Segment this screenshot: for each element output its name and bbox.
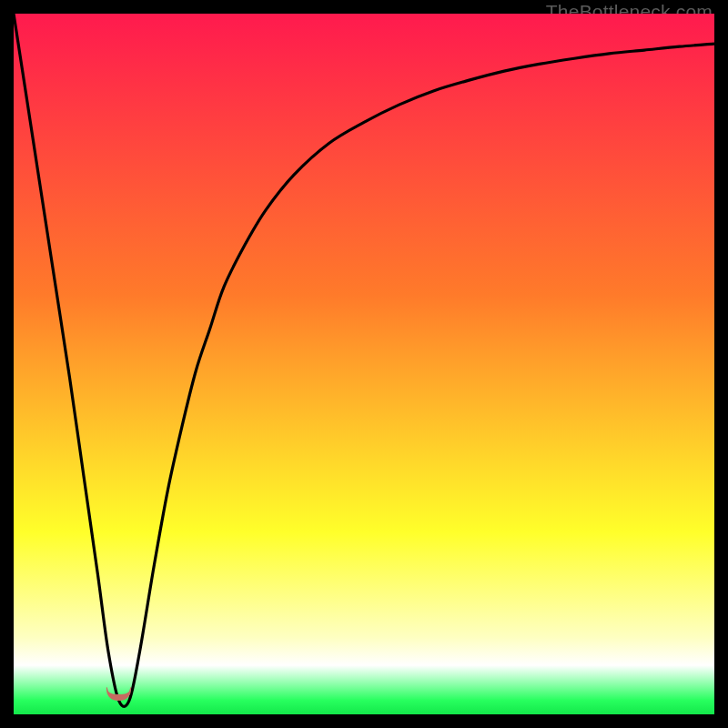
chart-frame: TheBottleneck.com bbox=[14, 14, 714, 714]
chart-svg bbox=[14, 14, 714, 714]
gradient-background bbox=[14, 14, 714, 714]
